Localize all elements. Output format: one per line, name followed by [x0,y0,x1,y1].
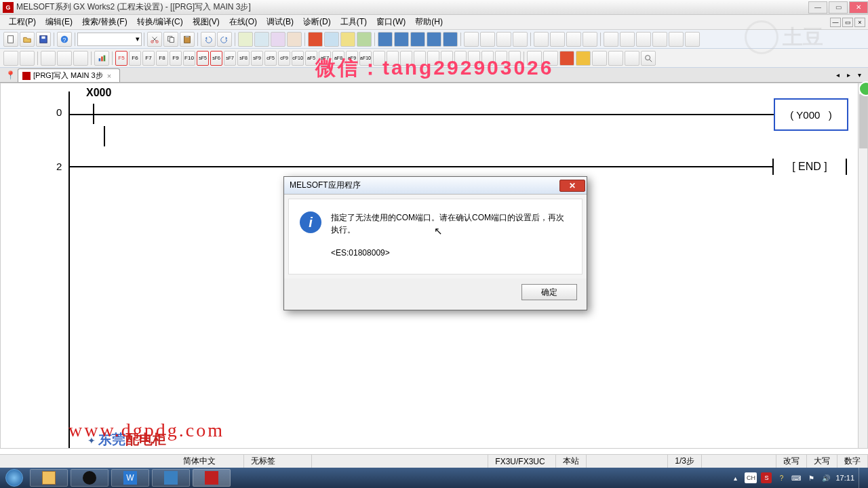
extra-btn-9[interactable] [604,32,618,47]
fk-af7[interactable]: aF7 [319,51,331,66]
monitor-btn-2[interactable] [394,32,409,47]
fk-sf8[interactable]: sF8 [237,51,250,66]
tray-ime[interactable]: CH [745,472,757,483]
menu-tools[interactable]: 工具(T) [336,15,372,29]
end-instruction[interactable]: [ END ] [772,155,847,178]
extra-btn-13[interactable] [669,32,684,47]
fk-af5[interactable]: aF5 [305,51,317,66]
fk-extra1[interactable] [373,51,385,66]
grid-btn-4[interactable] [287,32,302,47]
tail-btn-5[interactable] [592,51,607,66]
tail-btn-2[interactable] [543,51,558,66]
tail-btn-1[interactable] [527,51,542,66]
fk-extra11[interactable] [509,51,521,66]
undo-button[interactable] [201,32,216,47]
tray-flag-icon[interactable]: ⚑ [806,472,816,483]
fk-extra5[interactable] [427,51,439,66]
tray-clock[interactable]: 17:11 [835,474,854,482]
extra-btn-10[interactable] [620,32,635,47]
tray-volume-icon[interactable]: 🔊 [821,472,831,483]
extra-btn-6[interactable] [550,32,565,47]
window-close-button[interactable]: ✕ [849,1,868,14]
tail-btn-4[interactable] [576,51,591,66]
menu-compile[interactable]: 转换/编译(C) [132,15,188,29]
menu-find[interactable]: 搜索/替换(F) [77,15,132,29]
vertical-scrollbar[interactable] [858,83,867,448]
tail-btn-7[interactable] [625,51,639,66]
fk-af9[interactable]: aF9 [346,51,358,66]
grid-btn-1[interactable] [238,32,253,47]
ladder-btn-1[interactable] [308,32,323,47]
view-btn-2[interactable] [20,51,35,66]
ladder-btn-4[interactable] [357,32,372,47]
redo-button[interactable] [217,32,232,47]
pin-icon[interactable]: 📍 [5,70,15,80]
tab-nav-left[interactable]: ◂ [833,70,842,79]
tab-nav-menu[interactable]: ▾ [854,70,864,79]
extra-btn-8[interactable] [583,32,597,47]
mdi-restore-button[interactable]: ▭ [842,18,853,27]
dialog-ok-button[interactable]: 确定 [521,284,577,300]
tray-help-icon[interactable]: ? [776,472,787,483]
fk-sf5[interactable]: sF5 [197,51,209,66]
grid-btn-3[interactable] [271,32,285,47]
fk-extra10[interactable] [495,51,507,66]
fk-extra2[interactable] [387,51,399,66]
fk-f6[interactable]: F6 [129,51,141,66]
fk-af8[interactable]: aF8 [332,51,344,66]
fk-f7[interactable]: F7 [142,51,155,66]
fk-sf6[interactable]: sF6 [210,51,222,66]
maximize-button[interactable]: ▭ [829,1,848,14]
fk-f10[interactable]: F10 [183,51,195,66]
mdi-minimize-button[interactable]: — [830,18,841,27]
task-obs[interactable] [71,469,108,487]
tray-keyboard-icon[interactable]: ⌨ [791,472,802,483]
menu-window[interactable]: 窗口(W) [372,15,410,29]
tray-ime-mode[interactable]: S [761,472,772,483]
view-btn-1[interactable] [3,51,18,66]
ladder-btn-3[interactable] [340,32,355,47]
menu-diagnostics[interactable]: 诊断(D) [298,15,336,29]
fk-extra9[interactable] [481,51,494,66]
monitor-btn-5[interactable] [443,32,458,47]
paste-button[interactable] [180,32,195,47]
minimize-button[interactable]: — [808,1,827,14]
task-explorer[interactable] [30,469,68,487]
extra-btn-1[interactable] [464,32,479,47]
dialog-close-button[interactable]: ✕ [559,180,585,192]
view-btn-5[interactable] [73,51,88,66]
tab-main[interactable]: [PRG]写入 MAIN 3步 × [18,68,120,82]
start-button[interactable] [0,468,28,488]
chart-icon[interactable] [94,51,109,66]
fk-f9[interactable]: F9 [170,51,182,66]
fk-cf10[interactable]: cF10 [292,51,304,66]
fk-cf9[interactable]: cF9 [278,51,290,66]
fk-extra6[interactable] [441,51,453,66]
menu-edit[interactable]: 编辑(E) [41,15,77,29]
show-desktop-button[interactable] [859,468,864,488]
view-btn-3[interactable] [41,51,56,66]
fk-extra3[interactable] [400,51,412,66]
tab-nav-right[interactable]: ▸ [844,70,853,79]
fk-f8[interactable]: F8 [156,51,168,66]
task-wps[interactable]: W [111,469,149,487]
fk-extra4[interactable] [414,51,426,66]
tail-btn-3[interactable] [559,51,574,66]
save-button[interactable] [36,32,51,47]
dialog-titlebar[interactable]: MELSOFT应用程序 ✕ [284,177,587,195]
extra-btn-7[interactable] [566,32,581,47]
extra-btn-3[interactable] [496,32,511,47]
extra-btn-5[interactable] [534,32,549,47]
contact-x000[interactable] [93,104,105,148]
ladder-btn-2[interactable] [324,32,339,47]
extra-btn-12[interactable] [652,32,667,47]
fk-af10[interactable]: aF10 [359,51,372,66]
extra-btn-14[interactable] [685,32,700,47]
monitor-btn-1[interactable] [378,32,393,47]
help-icon[interactable]: ? [57,32,72,47]
task-device[interactable] [152,469,190,487]
menu-online[interactable]: 在线(O) [224,15,262,29]
cut-button[interactable] [147,32,162,47]
fk-sf9[interactable]: sF9 [251,51,263,66]
new-button[interactable] [3,32,18,47]
